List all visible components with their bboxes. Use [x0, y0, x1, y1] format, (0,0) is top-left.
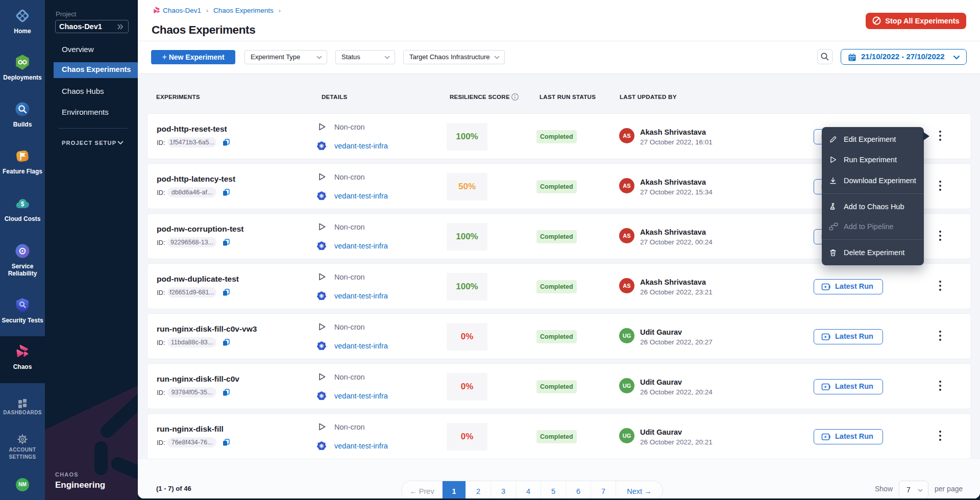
svg-text:$: $ [21, 201, 24, 208]
